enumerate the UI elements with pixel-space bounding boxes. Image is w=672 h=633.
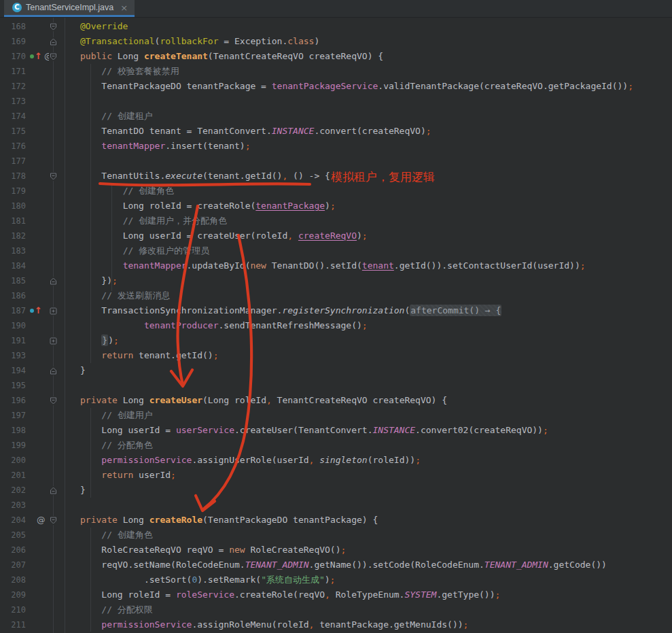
code-text[interactable]: reqVO.setName(RoleCodeEnum.TENANT_ADMIN.… (80, 558, 607, 572)
code-text[interactable]: } (80, 483, 86, 498)
token: return (101, 350, 133, 360)
line-number[interactable]: 176 (0, 139, 26, 154)
code-text[interactable]: // 校验套餐被禁用 (80, 64, 179, 79)
line-number[interactable]: 194 (0, 363, 26, 378)
line-number[interactable]: 200 (0, 453, 26, 468)
line-number[interactable]: 181 (0, 213, 26, 228)
code-text[interactable]: return tenant.getId(); (80, 348, 219, 363)
line-number[interactable]: 193 (0, 348, 26, 363)
line-number[interactable]: 206 (0, 543, 26, 558)
line-number[interactable]: 183 (0, 243, 26, 258)
line-number[interactable]: 208 (0, 572, 26, 587)
code-text[interactable]: .setSort(0).setRemark("系统自动生成"); (80, 572, 335, 587)
line-number[interactable]: 182 (0, 228, 26, 243)
fold-expand-icon[interactable] (48, 333, 58, 348)
code-text[interactable]: TenantPackageDO tenantPackage = tenantPa… (80, 79, 633, 94)
code-text[interactable]: RoleCreateReqVO reqVO = new RoleCreateRe… (80, 543, 346, 558)
code-text[interactable]: private Long createUser(Long roleId, Ten… (80, 393, 447, 408)
line-number[interactable]: 173 (0, 94, 26, 109)
line-number[interactable]: 202 (0, 483, 26, 498)
code-text[interactable]: Long userId = userService.createUser(Ten… (80, 423, 548, 438)
fold-collapse-icon[interactable] (48, 393, 58, 408)
line-number[interactable]: 190 (0, 318, 26, 333)
code-text[interactable]: Long roleId = roleService.createRole(req… (80, 587, 500, 602)
up-arrow-gutter-icon[interactable]: ↑ (35, 52, 42, 61)
code-text[interactable]: // 修改租户的管理员 (80, 243, 209, 258)
line-number[interactable]: 201 (0, 468, 26, 483)
line-number[interactable]: 179 (0, 184, 26, 199)
code-text[interactable]: // 创建用户，并分配角色 (80, 213, 227, 228)
code-text[interactable]: permissionService.assignRoleMenu(roleId,… (80, 617, 468, 632)
fold-collapse-icon[interactable] (48, 273, 58, 288)
code-text[interactable]: // 创建用户 (80, 408, 153, 423)
line-number[interactable]: 168 (0, 19, 26, 34)
line-number[interactable]: 204 (0, 513, 26, 528)
fold-collapse-icon[interactable] (48, 49, 58, 64)
code-text[interactable]: permissionService.assignUserRole(userId,… (80, 453, 421, 468)
tab-tenantserviceimpl[interactable]: C TenantServiceImpl.java × (4, 0, 135, 17)
line-number[interactable]: 191 (0, 333, 26, 348)
tab-close-icon[interactable]: × (118, 3, 128, 13)
code-text[interactable]: @Override (80, 19, 128, 34)
code-text[interactable]: } (80, 363, 86, 378)
line-number[interactable]: 172 (0, 79, 26, 94)
code-text[interactable]: }); (80, 333, 119, 348)
up-arrow-gutter-icon[interactable]: ↑ (35, 307, 42, 315)
fold-collapse-icon[interactable] (48, 34, 58, 49)
line-number[interactable]: 203 (0, 498, 26, 513)
code-text[interactable]: // 发送刷新消息 (80, 288, 171, 303)
code-text[interactable]: // 创建角色 (80, 184, 174, 199)
code-text[interactable]: TenantDO tenant = TenantConvert.INSTANCE… (80, 124, 431, 139)
implements-method-icon[interactable] (30, 309, 34, 313)
code-editor[interactable]: 168@Override169@Transactional(rollbackFo… (0, 18, 672, 633)
code-text[interactable]: return userId; (80, 468, 176, 483)
line-number[interactable]: 171 (0, 64, 26, 79)
token: .getId()).setContactUserId(userId)) (394, 260, 580, 271)
line-number[interactable]: 175 (0, 124, 26, 139)
code-text[interactable]: Long userId = createUser(roleId, createR… (80, 228, 368, 243)
code-text[interactable]: private Long createRole(TenantPackageDO … (80, 513, 378, 528)
code-text[interactable]: tenantMapper.updateById(new TenantDO().s… (80, 258, 586, 273)
code-text[interactable]: @Transactional(rollbackFor = Exception.c… (80, 34, 319, 49)
line-number[interactable]: 205 (0, 528, 26, 543)
line-number[interactable]: 187 (0, 303, 26, 318)
code-text[interactable]: public Long createTenant(TenantCreateReq… (80, 49, 383, 64)
line-number[interactable]: 195 (0, 378, 26, 393)
code-text[interactable]: TransactionSynchronizationManager.regist… (80, 303, 501, 318)
line-number[interactable]: 184 (0, 258, 26, 273)
code-line: 197 // 创建用户 (0, 408, 672, 423)
line-number[interactable]: 197 (0, 408, 26, 423)
line-number[interactable]: 177 (0, 154, 26, 169)
fold-expand-icon[interactable] (48, 303, 58, 318)
line-number[interactable]: 210 (0, 602, 26, 617)
line-number[interactable]: 199 (0, 438, 26, 453)
line-number[interactable]: 211 (0, 617, 26, 632)
fold-collapse-icon[interactable] (48, 513, 58, 528)
line-number[interactable]: 174 (0, 109, 26, 124)
code-text[interactable]: Long roleId = createRole(tenantPackage); (80, 199, 336, 213)
line-number[interactable]: 185 (0, 273, 26, 288)
line-number[interactable]: 180 (0, 199, 26, 213)
line-number[interactable]: 207 (0, 558, 26, 572)
code-text[interactable]: // 分配角色 (80, 438, 153, 453)
line-number[interactable]: 186 (0, 288, 26, 303)
code-text[interactable]: TenantUtils.execute(tenant.getId(), () -… (80, 169, 330, 184)
line-number[interactable]: 198 (0, 423, 26, 438)
code-text[interactable]: tenantProducer.sendTenantRefreshMessage(… (80, 318, 368, 333)
code-text[interactable]: // 创建角色 (80, 528, 153, 543)
line-number[interactable]: 169 (0, 34, 26, 49)
fold-collapse-icon[interactable] (48, 169, 58, 184)
line-number[interactable]: 178 (0, 169, 26, 184)
annotation-gutter-icon[interactable]: @ (37, 513, 46, 528)
overrides-method-icon[interactable] (30, 54, 34, 58)
code-text[interactable]: // 创建租户 (80, 109, 153, 124)
code-text[interactable]: // 分配权限 (80, 602, 153, 617)
code-text[interactable]: tenantMapper.insert(tenant); (80, 139, 250, 154)
line-number[interactable]: 196 (0, 393, 26, 408)
line-number[interactable]: 209 (0, 587, 26, 602)
fold-collapse-icon[interactable] (48, 19, 58, 34)
fold-collapse-icon[interactable] (48, 363, 58, 378)
code-text[interactable]: }); (80, 273, 118, 288)
line-number[interactable]: 170 (0, 49, 26, 64)
fold-collapse-icon[interactable] (48, 483, 58, 498)
